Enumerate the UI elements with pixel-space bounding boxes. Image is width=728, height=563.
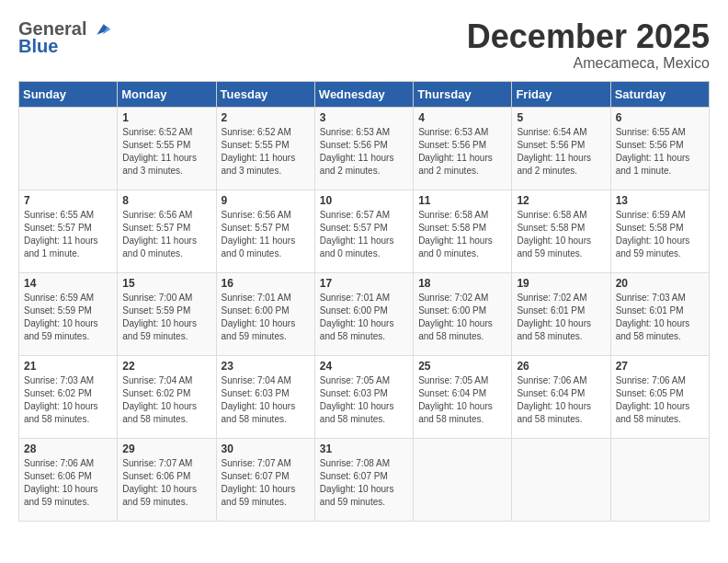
- day-number: 27: [616, 360, 704, 373]
- day-info: Sunrise: 7:00 AM Sunset: 5:59 PM Dayligh…: [122, 292, 210, 343]
- day-number: 5: [517, 111, 605, 124]
- day-cell: 11Sunrise: 6:58 AM Sunset: 5:58 PM Dayli…: [414, 190, 512, 272]
- day-info: Sunrise: 6:56 AM Sunset: 5:57 PM Dayligh…: [122, 209, 210, 260]
- day-number: 15: [122, 277, 210, 290]
- day-number: 2: [222, 111, 310, 124]
- day-cell: 9Sunrise: 6:56 AM Sunset: 5:57 PM Daylig…: [216, 190, 314, 272]
- day-number: 28: [24, 442, 112, 455]
- week-row-5: 28Sunrise: 7:06 AM Sunset: 6:06 PM Dayli…: [19, 438, 710, 521]
- day-cell: 29Sunrise: 7:07 AM Sunset: 6:06 PM Dayli…: [118, 438, 216, 521]
- day-info: Sunrise: 6:58 AM Sunset: 5:58 PM Dayligh…: [418, 209, 506, 260]
- day-number: 9: [222, 194, 310, 207]
- day-info: Sunrise: 6:59 AM Sunset: 5:59 PM Dayligh…: [24, 292, 112, 343]
- day-cell: 1Sunrise: 6:52 AM Sunset: 5:55 PM Daylig…: [118, 107, 216, 190]
- day-cell: 24Sunrise: 7:05 AM Sunset: 6:03 PM Dayli…: [314, 355, 413, 438]
- day-cell: 3Sunrise: 6:53 AM Sunset: 5:56 PM Daylig…: [314, 107, 413, 190]
- day-number: 1: [122, 111, 210, 124]
- day-number: 12: [517, 194, 605, 207]
- day-cell: 22Sunrise: 7:04 AM Sunset: 6:02 PM Dayli…: [118, 355, 216, 438]
- header-wednesday: Wednesday: [314, 81, 413, 107]
- day-info: Sunrise: 6:52 AM Sunset: 5:55 PM Dayligh…: [122, 126, 210, 178]
- day-number: 25: [418, 360, 506, 373]
- day-number: 19: [517, 277, 605, 290]
- header-saturday: Saturday: [610, 81, 709, 107]
- day-cell: 13Sunrise: 6:59 AM Sunset: 5:58 PM Dayli…: [610, 190, 709, 272]
- day-number: 26: [517, 360, 605, 373]
- day-cell: 17Sunrise: 7:01 AM Sunset: 6:00 PM Dayli…: [314, 272, 413, 355]
- day-info: Sunrise: 6:53 AM Sunset: 5:56 PM Dayligh…: [418, 126, 506, 178]
- day-info: Sunrise: 6:56 AM Sunset: 5:57 PM Dayligh…: [222, 209, 310, 260]
- day-info: Sunrise: 7:03 AM Sunset: 6:02 PM Dayligh…: [24, 374, 112, 426]
- day-cell: 31Sunrise: 7:08 AM Sunset: 6:07 PM Dayli…: [314, 438, 413, 521]
- day-info: Sunrise: 7:05 AM Sunset: 6:03 PM Dayligh…: [320, 374, 408, 426]
- header-tuesday: Tuesday: [216, 81, 314, 107]
- day-number: 20: [616, 277, 704, 290]
- day-info: Sunrise: 7:03 AM Sunset: 6:01 PM Dayligh…: [616, 292, 704, 343]
- day-cell: 23Sunrise: 7:04 AM Sunset: 6:03 PM Dayli…: [216, 355, 314, 438]
- day-number: 23: [222, 360, 310, 373]
- day-info: Sunrise: 6:59 AM Sunset: 5:58 PM Dayligh…: [616, 209, 704, 260]
- day-info: Sunrise: 6:55 AM Sunset: 5:56 PM Dayligh…: [616, 126, 704, 178]
- logo-icon: [90, 22, 110, 37]
- day-cell: 7Sunrise: 6:55 AM Sunset: 5:57 PM Daylig…: [19, 190, 118, 272]
- day-number: 29: [122, 442, 210, 455]
- week-row-3: 14Sunrise: 6:59 AM Sunset: 5:59 PM Dayli…: [19, 272, 710, 355]
- day-info: Sunrise: 7:05 AM Sunset: 6:04 PM Dayligh…: [418, 374, 506, 426]
- day-info: Sunrise: 6:53 AM Sunset: 5:56 PM Dayligh…: [320, 126, 408, 178]
- location: Amecameca, Mexico: [467, 55, 710, 72]
- header-friday: Friday: [512, 81, 610, 107]
- day-number: 8: [122, 194, 210, 207]
- week-row-4: 21Sunrise: 7:03 AM Sunset: 6:02 PM Dayli…: [19, 355, 710, 438]
- calendar-header-row: SundayMondayTuesdayWednesdayThursdayFrid…: [19, 81, 710, 107]
- day-info: Sunrise: 6:54 AM Sunset: 5:56 PM Dayligh…: [517, 126, 605, 178]
- day-info: Sunrise: 7:01 AM Sunset: 6:00 PM Dayligh…: [222, 292, 310, 343]
- calendar-body: 1Sunrise: 6:52 AM Sunset: 5:55 PM Daylig…: [19, 107, 710, 521]
- day-number: 13: [616, 194, 704, 207]
- day-info: Sunrise: 7:06 AM Sunset: 6:06 PM Dayligh…: [24, 457, 112, 509]
- day-cell: [512, 438, 610, 521]
- day-info: Sunrise: 7:06 AM Sunset: 6:04 PM Dayligh…: [517, 374, 605, 426]
- day-cell: 4Sunrise: 6:53 AM Sunset: 5:56 PM Daylig…: [414, 107, 512, 190]
- day-cell: 19Sunrise: 7:02 AM Sunset: 6:01 PM Dayli…: [512, 272, 610, 355]
- day-cell: 6Sunrise: 6:55 AM Sunset: 5:56 PM Daylig…: [610, 107, 709, 190]
- day-cell: 30Sunrise: 7:07 AM Sunset: 6:07 PM Dayli…: [216, 438, 314, 521]
- day-cell: 25Sunrise: 7:05 AM Sunset: 6:04 PM Dayli…: [414, 355, 512, 438]
- day-cell: 15Sunrise: 7:00 AM Sunset: 5:59 PM Dayli…: [118, 272, 216, 355]
- day-cell: 26Sunrise: 7:06 AM Sunset: 6:04 PM Dayli…: [512, 355, 610, 438]
- day-cell: [19, 107, 118, 190]
- day-cell: 27Sunrise: 7:06 AM Sunset: 6:05 PM Dayli…: [610, 355, 709, 438]
- day-number: 11: [418, 194, 506, 207]
- page-header: General Blue December 2025 Amecameca, Me…: [18, 18, 710, 72]
- day-number: 16: [222, 277, 310, 290]
- day-cell: 2Sunrise: 6:52 AM Sunset: 5:55 PM Daylig…: [216, 107, 314, 190]
- day-cell: 16Sunrise: 7:01 AM Sunset: 6:00 PM Dayli…: [216, 272, 314, 355]
- day-number: 3: [320, 111, 408, 124]
- day-number: 30: [222, 442, 310, 455]
- day-info: Sunrise: 7:06 AM Sunset: 6:05 PM Dayligh…: [616, 374, 704, 426]
- day-cell: 18Sunrise: 7:02 AM Sunset: 6:00 PM Dayli…: [414, 272, 512, 355]
- day-cell: 5Sunrise: 6:54 AM Sunset: 5:56 PM Daylig…: [512, 107, 610, 190]
- day-cell: [610, 438, 709, 521]
- day-number: 6: [616, 111, 704, 124]
- day-cell: 28Sunrise: 7:06 AM Sunset: 6:06 PM Dayli…: [19, 438, 118, 521]
- week-row-2: 7Sunrise: 6:55 AM Sunset: 5:57 PM Daylig…: [19, 190, 710, 272]
- header-sunday: Sunday: [19, 81, 118, 107]
- day-info: Sunrise: 7:07 AM Sunset: 6:06 PM Dayligh…: [122, 457, 210, 509]
- month-title: December 2025: [467, 18, 710, 55]
- day-number: 17: [320, 277, 408, 290]
- day-number: 4: [418, 111, 506, 124]
- day-info: Sunrise: 7:07 AM Sunset: 6:07 PM Dayligh…: [222, 457, 310, 509]
- day-info: Sunrise: 6:52 AM Sunset: 5:55 PM Dayligh…: [222, 126, 310, 178]
- week-row-1: 1Sunrise: 6:52 AM Sunset: 5:55 PM Daylig…: [19, 107, 710, 190]
- day-number: 18: [418, 277, 506, 290]
- day-info: Sunrise: 7:04 AM Sunset: 6:02 PM Dayligh…: [122, 374, 210, 426]
- day-info: Sunrise: 7:08 AM Sunset: 6:07 PM Dayligh…: [320, 457, 408, 509]
- day-cell: 14Sunrise: 6:59 AM Sunset: 5:59 PM Dayli…: [19, 272, 118, 355]
- day-info: Sunrise: 6:57 AM Sunset: 5:57 PM Dayligh…: [320, 209, 408, 260]
- day-info: Sunrise: 7:02 AM Sunset: 6:01 PM Dayligh…: [517, 292, 605, 343]
- day-cell: 8Sunrise: 6:56 AM Sunset: 5:57 PM Daylig…: [118, 190, 216, 272]
- day-info: Sunrise: 7:01 AM Sunset: 6:00 PM Dayligh…: [320, 292, 408, 343]
- logo-blue: Blue: [18, 36, 58, 56]
- day-cell: 10Sunrise: 6:57 AM Sunset: 5:57 PM Dayli…: [314, 190, 413, 272]
- header-monday: Monday: [118, 81, 216, 107]
